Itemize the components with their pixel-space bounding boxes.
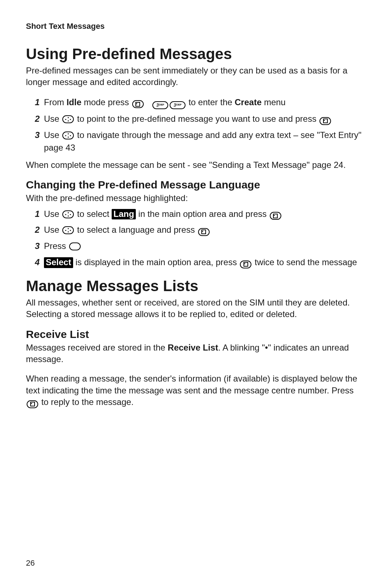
- step-number: 2: [32, 113, 40, 125]
- key-3def-icon: 3DEF: [152, 101, 168, 109]
- select-option-label: Select: [44, 257, 73, 268]
- step-1: 1 From Idle mode press 3DEF3DEF to enter…: [32, 96, 363, 110]
- intro-paragraph-1: Pre-defined messages can be sent immedia…: [26, 65, 363, 88]
- ok-button-icon: [270, 212, 281, 220]
- lang-option-label: Lang: [112, 209, 136, 220]
- step-1: 1 Use to select Lang in the main option …: [32, 208, 363, 220]
- receive-list-paragraph-2: When reading a message, the sender's inf…: [26, 373, 363, 408]
- step-text: Press: [44, 240, 363, 253]
- step-text: Use to select a language and press: [44, 224, 363, 236]
- intro-paragraph-3: All messages, whether sent or received, …: [26, 297, 363, 320]
- heading-manage-lists: Manage Messages Lists: [26, 277, 363, 295]
- ok-button-icon: [240, 260, 251, 268]
- step-text: Use to point to the pre-defined message …: [44, 113, 363, 125]
- heading-using-predefined: Using Pre-defined Messages: [26, 45, 363, 63]
- step-3: 3 Press: [32, 240, 363, 253]
- step-number: 2: [32, 224, 40, 236]
- running-head: Short Text Messages: [26, 22, 363, 31]
- step-text: Use to select Lang in the main option ar…: [44, 208, 363, 220]
- step-3: 3 Use to navigate through the message an…: [32, 129, 363, 154]
- step-number: 3: [32, 240, 40, 253]
- nav-key-icon: [62, 226, 74, 234]
- steps-predefined: 1 From Idle mode press 3DEF3DEF to enter…: [26, 96, 363, 154]
- intro-paragraph-2: With the pre-defined message highlighted…: [26, 192, 363, 204]
- blank-key-icon: [69, 242, 81, 250]
- step-2: 2 Use to point to the pre-defined messag…: [32, 113, 363, 125]
- step-text: Select is displayed in the main option a…: [44, 256, 363, 269]
- page-number: 26: [26, 558, 35, 568]
- step-number: 3: [32, 129, 40, 142]
- page: Short Text Messages Using Pre-defined Me…: [0, 0, 389, 588]
- ok-button-icon: [27, 400, 38, 408]
- receive-list-paragraph-1: Messages received are stored in the Rece…: [26, 342, 363, 365]
- ok-button-icon: [132, 100, 144, 108]
- step-4: 4 Select is displayed in the main option…: [32, 256, 363, 269]
- step-text: Use to navigate through the message and …: [44, 129, 363, 154]
- step-text: From Idle mode press 3DEF3DEF to enter t…: [44, 96, 363, 110]
- nav-key-icon: [62, 115, 74, 123]
- ok-button-icon: [319, 117, 331, 125]
- key-3def-icon: 3DEF: [170, 101, 185, 109]
- heading-receive-list: Receive List: [26, 328, 363, 340]
- ok-button-icon: [198, 228, 210, 236]
- nav-key-icon: [62, 210, 74, 218]
- step-number: 1: [32, 96, 40, 109]
- step-number: 4: [32, 256, 40, 269]
- step-2: 2 Use to select a language and press: [32, 224, 363, 236]
- step-number: 1: [32, 208, 40, 220]
- steps-language: 1 Use to select Lang in the main option …: [26, 208, 363, 269]
- nav-key-icon: [62, 132, 74, 139]
- after-paragraph-1: When complete the message can be sent - …: [26, 159, 363, 171]
- heading-change-language: Changing the Pre-defined Message Languag…: [26, 179, 363, 191]
